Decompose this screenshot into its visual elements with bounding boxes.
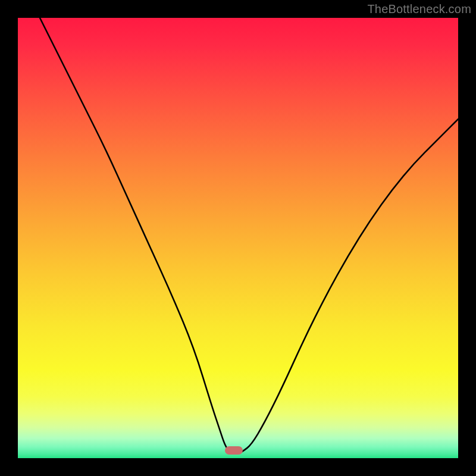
bottleneck-curve [18,18,458,458]
optimal-point-marker [225,446,243,455]
watermark-text: TheBottleneck.com [367,2,471,16]
chart-stage: TheBottleneck.com [0,0,476,476]
plot-area [18,18,458,458]
